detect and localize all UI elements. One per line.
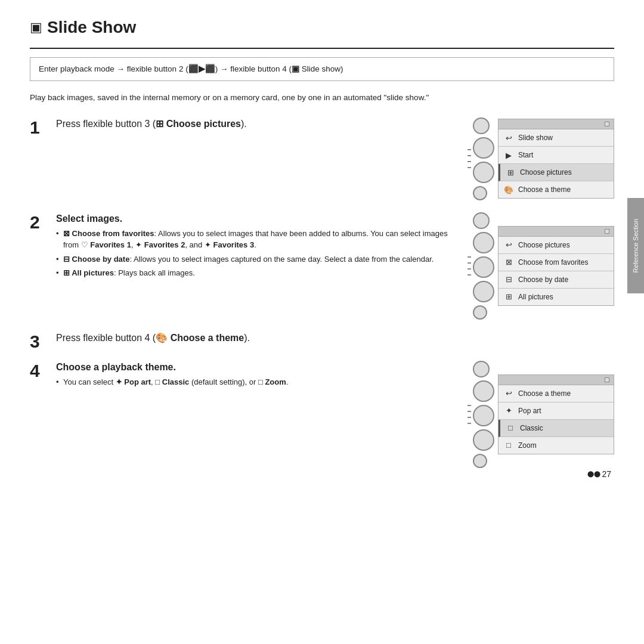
menu-panel-3: ↩ Choose a theme ✦ Pop art □ Classic □ Z…: [498, 374, 614, 454]
intro-text: Play back images, saved in the internal …: [30, 92, 614, 104]
page-title: Slide Show: [47, 18, 136, 37]
menu-item-1-2-label: Choose pictures: [520, 168, 572, 177]
page: ▣ Slide Show Enter playback mode → flexi…: [0, 0, 644, 492]
camera-graphic-3: [467, 361, 494, 468]
menu-item-2-3-label: All pictures: [518, 293, 553, 301]
menu-item-1-0-label: Slide show: [518, 134, 553, 142]
menu-panel-1-header: [499, 119, 614, 129]
menu-item-1-0: ↩ Slide show: [499, 129, 614, 147]
menu-item-2-3-icon: ⊞: [503, 292, 514, 302]
page-number: ⬤⬤ 27: [587, 469, 611, 479]
sidebar-reference-label: Reference Section: [632, 219, 639, 273]
step-4-bullet-0: You can select ✦ Pop art, □ Classic (def…: [56, 376, 456, 388]
menu-item-1-1: ▶ Start: [499, 147, 614, 164]
menu-item-3-2-label: Classic: [520, 424, 543, 432]
menu-item-3-3: □ Zoom: [499, 437, 614, 454]
instruction-text: Enter playback mode → flexible button 2 …: [39, 64, 343, 73]
menu-item-3-3-label: Zoom: [518, 441, 537, 450]
menu-item-1-1-icon: ▶: [503, 150, 514, 160]
menu-item-2-1: ⊠ Choose from favorites: [499, 254, 614, 271]
menu-item-3-3-icon: □: [503, 440, 514, 451]
menu-item-1-2-icon: ⊞: [505, 167, 516, 178]
panel-3-area: ↩ Choose a theme ✦ Pop art □ Classic □ Z…: [467, 361, 614, 468]
menu-item-3-1-icon: ✦: [503, 405, 514, 416]
menu-item-1-2: ⊞ Choose pictures: [499, 164, 614, 181]
camera-graphic-2: [467, 212, 494, 320]
corner-indicator-2: [605, 229, 609, 234]
sidebar-reference: Reference Section: [627, 198, 644, 293]
step-2: 2 Select images. ⊠ Choose from favorites…: [30, 212, 614, 320]
menu-item-2-0-icon: ↩: [503, 240, 514, 250]
step-4-content: Choose a playback theme. You can select …: [56, 361, 456, 391]
step-3: 3 Press flexible button 4 (🎨 Choose a th…: [30, 332, 614, 351]
menu-item-3-2: □ Classic: [499, 420, 614, 437]
step-2-bullets: ⊠ Choose from favorites: Allows you to s…: [56, 228, 456, 279]
corner-indicator-1: [605, 122, 609, 126]
menu-panel-2-header: [499, 227, 614, 237]
step-4-title: Choose a playback theme.: [56, 361, 456, 374]
title-divider: [30, 48, 614, 49]
step-2-title: Select images.: [56, 212, 456, 225]
menu-item-3-1: ✦ Pop art: [499, 402, 614, 420]
title-row: ▣ Slide Show: [30, 18, 614, 37]
menu-item-3-0: ↩ Choose a theme: [499, 385, 614, 402]
corner-indicator-3: [605, 377, 609, 382]
title-icon: ▣: [30, 20, 42, 35]
instruction-box: Enter playback mode → flexible button 2 …: [30, 57, 614, 81]
menu-panel-3-header: [499, 375, 614, 385]
step-2-number: 2: [30, 212, 52, 232]
step-3-title: Press flexible button 4 (🎨 Choose a them…: [56, 332, 614, 345]
menu-item-2-3: ⊞ All pictures: [499, 289, 614, 305]
step-1-title: Press flexible button 3 (⊞ Choose pictur…: [56, 117, 456, 131]
step-2-bullet-0: ⊠ Choose from favorites: Allows you to s…: [56, 228, 456, 251]
menu-item-1-0-icon: ↩: [503, 132, 514, 143]
page-num-text: 27: [602, 469, 611, 479]
step-3-content: Press flexible button 4 (🎨 Choose a them…: [56, 332, 614, 347]
step-4-number: 4: [30, 361, 52, 380]
menu-item-3-0-icon: ↩: [503, 388, 514, 399]
step-4: 4 Choose a playback theme. You can selec…: [30, 361, 614, 468]
step-1-content: Press flexible button 3 (⊞ Choose pictur…: [56, 117, 456, 133]
page-num-icon: ⬤⬤: [587, 470, 600, 477]
step-2-bullet-1: ⊟ Choose by date: Allows you to select i…: [56, 253, 456, 265]
menu-item-2-2-label: Choose by date: [518, 275, 568, 284]
step-1: 1 Press flexible button 3 (⊞ Choose pict…: [30, 117, 614, 200]
camera-graphic-1: [467, 117, 494, 200]
menu-item-1-3-label: Choose a theme: [518, 185, 571, 194]
panel-1-area: ↩ Slide show ▶ Start ⊞ Choose pictures 🎨…: [467, 117, 614, 200]
step-2-bullet-2: ⊞ All pictures: Plays back all images.: [56, 267, 456, 279]
step-1-number: 1: [30, 117, 52, 137]
step-3-number: 3: [30, 332, 52, 351]
menu-item-3-2-icon: □: [505, 423, 516, 434]
menu-item-2-1-label: Choose from favorites: [518, 258, 588, 267]
menu-panel-1: ↩ Slide show ▶ Start ⊞ Choose pictures 🎨…: [498, 119, 614, 199]
menu-panel-2: ↩ Choose pictures ⊠ Choose from favorite…: [498, 226, 614, 306]
menu-item-1-1-label: Start: [518, 151, 533, 159]
step-2-content: Select images. ⊠ Choose from favorites: …: [56, 212, 456, 281]
panel-2-area: ↩ Choose pictures ⊠ Choose from favorite…: [467, 212, 614, 320]
menu-item-3-0-label: Choose a theme: [518, 389, 571, 398]
menu-item-2-0-label: Choose pictures: [518, 241, 570, 249]
menu-item-1-3: 🎨 Choose a theme: [499, 181, 614, 198]
menu-item-3-1-label: Pop art: [518, 407, 541, 415]
menu-item-2-2: ⊟ Choose by date: [499, 271, 614, 289]
menu-item-1-3-icon: 🎨: [503, 184, 514, 195]
menu-item-2-2-icon: ⊟: [503, 274, 514, 285]
menu-item-2-1-icon: ⊠: [503, 257, 514, 268]
step-4-bullets: You can select ✦ Pop art, □ Classic (def…: [56, 376, 456, 388]
menu-item-2-0: ↩ Choose pictures: [499, 237, 614, 254]
